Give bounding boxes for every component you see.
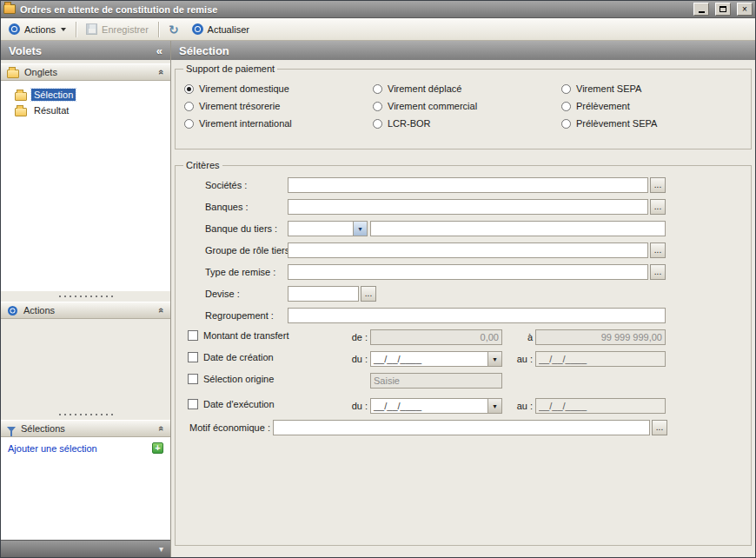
radio-icon [184,102,194,111]
title-bar: Ordres en attente de constitution de rem… [1,1,755,18]
date-execution-label: Date d'exécution [203,399,275,409]
main-content: Support de paiement Virement domestique … [171,60,755,557]
date-creation-au-label: au : [494,354,533,364]
sidebar: Volets « Onglets « Sélection Résultat [1,41,171,557]
row-motif: Motif économique : ... [182,420,744,435]
onglets-label: Onglets [24,67,57,77]
radio-virement-international[interactable]: Virement international [184,117,373,130]
date-execution-checkbox[interactable]: Date d'exécution [188,399,275,409]
date-creation-au-input[interactable] [535,351,666,367]
app-icon [3,4,16,14]
montant-de-input [370,329,502,345]
window-title: Ordres en attente de constitution de rem… [20,4,687,15]
date-creation-checkbox[interactable]: Date de création [188,352,274,362]
tree-item-label: Sélection [31,89,76,101]
chevron-up-icon[interactable]: « [156,308,167,313]
sidebar-bottom-bar[interactable]: ▾ [1,540,170,557]
radio-virement-deplace[interactable]: Virement déplacé [373,83,561,95]
toolbar-separator [158,22,159,37]
sidebar-header: Volets « [1,41,170,60]
date-execution-du-select[interactable]: __/__/____ ▼ [370,398,502,414]
actions-menu-button[interactable]: Actions [5,22,70,37]
societes-browse-button[interactable]: ... [650,177,666,193]
sidebar-splitter[interactable] [1,291,170,302]
radio-virement-commercial[interactable]: Virement commercial [373,100,561,112]
groupe-role-label: Groupe de rôle tiers : [205,245,295,256]
refresh-icon: ↻ [169,23,179,36]
save-button[interactable]: Enregistrer [83,22,152,37]
splitter-dots-icon [57,295,115,298]
radio-label: Virement SEPA [576,83,641,94]
date-creation-du-select[interactable]: __/__/____ ▼ [370,351,502,367]
add-selection-button[interactable]: + [152,442,163,454]
refresh-tool-button[interactable]: ↻ [165,22,182,37]
banques-browse-button[interactable]: ... [650,199,666,215]
sidebar-splitter[interactable] [1,409,170,420]
radio-prelevement[interactable]: Prélèvement [561,100,744,112]
groupe-role-input[interactable] [288,242,648,258]
tree-item-label: Résultat [31,104,71,116]
montant-de-label: de : [328,332,368,342]
page-title: Sélection [179,44,229,57]
radio-icon [373,119,382,129]
row-banques: Banques : ... [182,199,744,215]
banque-tiers-select[interactable]: ▼ [288,221,368,236]
checkbox-icon [188,330,198,341]
minimize-button[interactable] [693,3,709,16]
radio-virement-sepa[interactable]: Virement SEPA [561,83,744,95]
radio-lcr-bor[interactable]: LCR-BOR [373,117,561,130]
societes-label: Sociétés : [205,180,247,190]
onglets-tree: Sélection Résultat [1,81,170,291]
date-creation-du-value: __/__/____ [371,352,487,366]
chevron-up-icon[interactable]: « [156,70,167,75]
date-execution-au-label: au : [494,401,533,411]
main-toolbar: Actions Enregistrer ↻ Actualiser [1,18,755,41]
motif-input[interactable] [273,420,650,435]
radio-label: LCR-BOR [388,118,431,129]
radio-icon [184,84,194,94]
devise-input[interactable] [288,286,359,302]
add-selection-link[interactable]: Ajouter une sélection [8,443,97,454]
tree-item-selection[interactable]: Sélection [15,87,170,103]
radio-label: Virement international [199,118,292,129]
actualiser-button[interactable]: Actualiser [189,22,253,37]
folder-icon [15,92,27,101]
type-remise-browse-button[interactable]: ... [650,264,666,280]
banques-input[interactable] [288,199,648,215]
splitter-dots-icon [57,413,115,416]
montant-checkbox[interactable]: Montant de transfert [188,330,288,341]
groupe-role-browse-button[interactable]: ... [650,242,666,258]
devise-browse-button[interactable]: ... [361,286,376,302]
actions-label: Actions [24,24,56,35]
radio-virement-tresorerie[interactable]: Virement trésorerie [184,100,373,112]
selection-origine-checkbox[interactable]: Sélection origine [188,374,274,384]
banque-tiers-input[interactable] [370,221,666,236]
actualiser-icon [192,23,203,35]
sidebar-title: Volets [9,44,42,57]
actualiser-label: Actualiser [208,24,249,35]
date-execution-au-input[interactable] [535,398,666,414]
actions-icon [9,23,20,35]
section-actions[interactable]: Actions « [1,302,170,319]
close-button[interactable]: × [737,3,753,16]
row-selection-origine: Sélection origine [182,373,744,389]
row-date-creation: Date de création du : __/__/____ ▼ au : [182,351,744,367]
section-onglets[interactable]: Onglets « [1,63,170,81]
chevron-up-icon[interactable]: « [156,426,167,431]
chevron-down-icon: ▾ [159,544,163,554]
banque-tiers-label: Banque du tiers : [205,223,277,234]
tree-item-resultat[interactable]: Résultat [15,103,170,118]
motif-browse-button[interactable]: ... [652,420,667,435]
maximize-button[interactable] [715,3,731,16]
body-row: Volets « Onglets « Sélection Résultat [1,41,755,557]
section-selections[interactable]: Sélections « [1,420,170,437]
collapse-sidebar-button[interactable]: « [156,44,162,57]
societes-input[interactable] [288,177,648,193]
add-selection-row: Ajouter une sélection + [8,442,163,454]
type-remise-input[interactable] [288,264,648,280]
regroupement-input[interactable] [288,308,666,323]
radio-virement-domestique[interactable]: Virement domestique [184,83,373,95]
dropdown-arrow-icon[interactable]: ▼ [353,222,367,236]
radio-prelevement-sepa[interactable]: Prélèvement SEPA [561,117,744,130]
date-execution-du-value: __/__/____ [371,399,487,413]
